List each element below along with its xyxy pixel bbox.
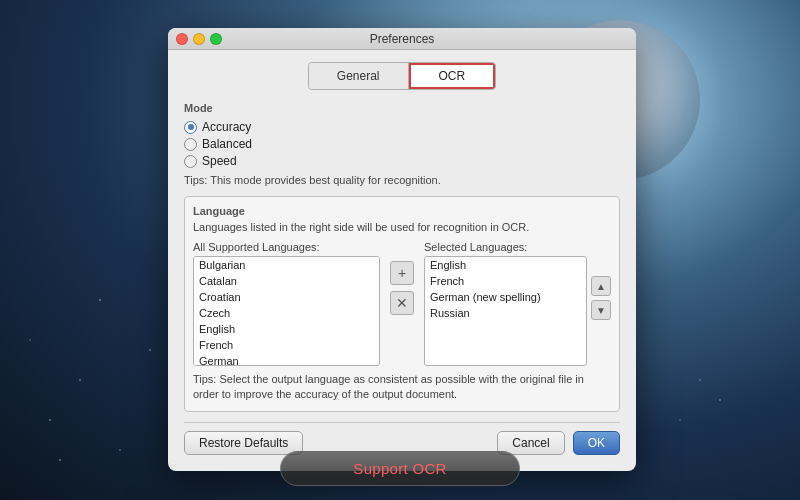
all-language-item[interactable]: Croatian — [194, 289, 379, 305]
tab-ocr[interactable]: OCR — [409, 63, 496, 89]
all-language-item[interactable]: Bulgarian — [194, 257, 379, 273]
bottom-bar: Restore Defaults Cancel OK — [184, 422, 620, 455]
selected-languages-col: Selected Languages: EnglishFrenchGerman … — [424, 241, 611, 366]
all-language-item[interactable]: German — [194, 353, 379, 366]
language-tips: Tips: Select the output language as cons… — [193, 372, 611, 403]
move-down-button[interactable]: ▼ — [591, 300, 611, 320]
mode-accuracy-label: Accuracy — [202, 120, 251, 134]
selected-language-item[interactable]: Russian — [425, 305, 586, 321]
radio-speed-circle — [184, 155, 197, 168]
tab-general[interactable]: General — [309, 63, 409, 89]
traffic-lights — [176, 33, 222, 45]
ok-button[interactable]: OK — [573, 431, 620, 455]
window-content: General OCR Mode Accuracy Balanced — [168, 50, 636, 471]
selected-languages-title: Selected Languages: — [424, 241, 611, 253]
close-button[interactable] — [176, 33, 188, 45]
all-languages-col: All Supported Languages: BulgarianCatala… — [193, 241, 380, 366]
move-up-button[interactable]: ▲ — [591, 276, 611, 296]
all-language-item[interactable]: Catalan — [194, 273, 379, 289]
selected-language-item[interactable]: French — [425, 273, 586, 289]
tab-group: General OCR — [308, 62, 496, 90]
mode-speed-label: Speed — [202, 154, 237, 168]
selected-language-item[interactable]: English — [425, 257, 586, 273]
mode-balanced-label: Balanced — [202, 137, 252, 151]
language-section: Language Languages listed in the right s… — [184, 196, 620, 412]
radio-accuracy-dot — [188, 124, 194, 130]
mode-radio-group: Accuracy Balanced Speed — [184, 120, 620, 168]
minimize-button[interactable] — [193, 33, 205, 45]
maximize-button[interactable] — [210, 33, 222, 45]
all-language-item[interactable]: Czech — [194, 305, 379, 321]
selected-languages-list[interactable]: EnglishFrenchGerman (new spelling)Russia… — [424, 256, 587, 366]
preferences-window: Preferences General OCR Mode Accuracy Ba… — [168, 28, 636, 471]
order-buttons: ▲ ▼ — [591, 256, 611, 366]
all-languages-list[interactable]: BulgarianCatalanCroatianCzechEnglishFren… — [193, 256, 380, 366]
language-transfer-buttons: + ✕ — [386, 241, 418, 315]
language-description: Languages listed in the right side will … — [193, 221, 611, 233]
all-language-item[interactable]: English — [194, 321, 379, 337]
language-title: Language — [193, 205, 611, 217]
window-title: Preferences — [370, 32, 435, 46]
support-bar: Support OCR — [280, 451, 520, 486]
radio-balanced-circle — [184, 138, 197, 151]
mode-speed[interactable]: Speed — [184, 154, 620, 168]
mode-accuracy[interactable]: Accuracy — [184, 120, 620, 134]
mode-tips: Tips: This mode provides best quality fo… — [184, 174, 620, 186]
support-ocr-button[interactable]: Support OCR — [280, 451, 520, 486]
tab-bar: General OCR — [184, 62, 620, 90]
language-columns: All Supported Languages: BulgarianCatala… — [193, 241, 611, 366]
mode-label: Mode — [184, 102, 620, 114]
mode-section: Mode Accuracy Balanced Speed Tips: Thi — [184, 102, 620, 186]
remove-language-button[interactable]: ✕ — [390, 291, 414, 315]
mode-balanced[interactable]: Balanced — [184, 137, 620, 151]
add-language-button[interactable]: + — [390, 261, 414, 285]
radio-accuracy-circle — [184, 121, 197, 134]
all-languages-title: All Supported Languages: — [193, 241, 380, 253]
selected-language-item[interactable]: German (new spelling) — [425, 289, 586, 305]
all-language-item[interactable]: French — [194, 337, 379, 353]
title-bar: Preferences — [168, 28, 636, 50]
